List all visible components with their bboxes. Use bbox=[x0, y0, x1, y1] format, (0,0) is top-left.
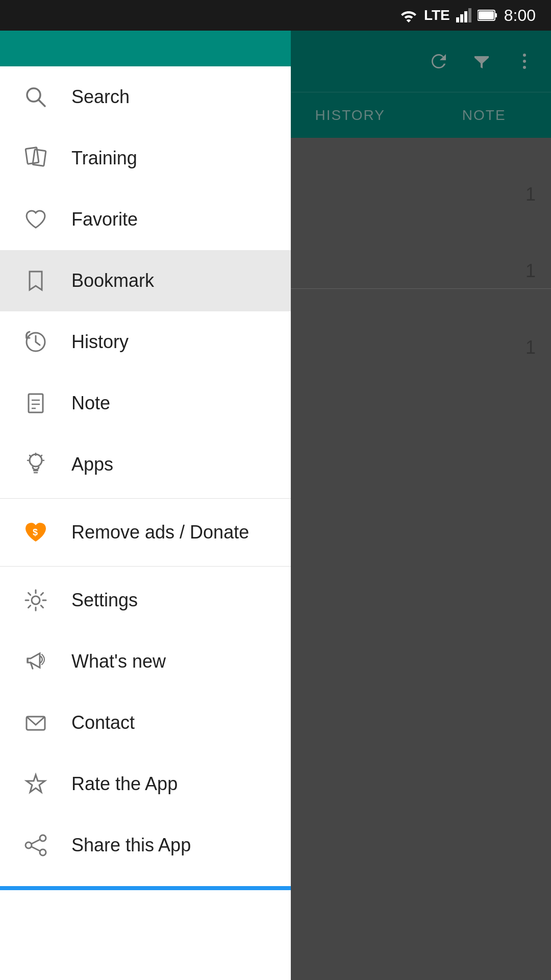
search-icon bbox=[20, 82, 51, 112]
bookmark-icon bbox=[20, 265, 51, 296]
svg-point-28 bbox=[32, 596, 40, 604]
svg-rect-5 bbox=[495, 13, 497, 17]
rate-icon bbox=[20, 769, 51, 799]
battery-icon bbox=[478, 9, 498, 21]
divider-2 bbox=[0, 566, 291, 567]
note-icon bbox=[20, 388, 51, 419]
lte-label: LTE bbox=[424, 7, 450, 23]
signal-icon bbox=[456, 8, 471, 22]
menu-item-search[interactable]: Search bbox=[0, 66, 291, 128]
menu-item-settings[interactable]: Settings bbox=[0, 570, 291, 631]
menu-label-whats-new: What's new bbox=[71, 651, 166, 672]
menu-label-favorite: Favorite bbox=[71, 209, 138, 230]
svg-point-32 bbox=[40, 835, 46, 841]
svg-text:$: $ bbox=[33, 527, 38, 537]
menu-item-whats-new[interactable]: What's new bbox=[0, 631, 291, 692]
menu-label-note: Note bbox=[71, 393, 110, 414]
wifi-icon bbox=[399, 8, 418, 22]
settings-icon bbox=[20, 585, 51, 616]
svg-line-11 bbox=[39, 100, 45, 106]
menu-label-history: History bbox=[71, 331, 129, 353]
svg-rect-6 bbox=[479, 11, 494, 19]
nav-drawer: Search Training Favorite Bookmark bbox=[0, 0, 291, 980]
svg-point-19 bbox=[30, 454, 42, 467]
history-icon bbox=[20, 327, 51, 357]
share-icon bbox=[20, 830, 51, 861]
favorite-icon bbox=[20, 204, 51, 235]
menu-label-contact: Contact bbox=[71, 712, 135, 733]
status-bar: LTE 8:00 bbox=[0, 0, 551, 31]
menu-label-rate-app: Rate the App bbox=[71, 773, 178, 795]
menu-label-apps: Apps bbox=[71, 454, 113, 475]
menu-item-apps[interactable]: Apps bbox=[0, 434, 291, 495]
menu-label-bookmark: Bookmark bbox=[71, 270, 154, 291]
svg-point-33 bbox=[26, 842, 32, 848]
status-time: 8:00 bbox=[504, 6, 536, 25]
menu-label-share-app: Share this App bbox=[71, 835, 191, 856]
svg-rect-1 bbox=[460, 14, 463, 22]
menu-label-settings: Settings bbox=[71, 590, 138, 611]
training-icon bbox=[20, 143, 51, 174]
menu-item-note[interactable]: Note bbox=[0, 373, 291, 434]
svg-marker-31 bbox=[27, 775, 45, 792]
svg-line-35 bbox=[32, 840, 40, 844]
menu-item-rate-app[interactable]: Rate the App bbox=[0, 753, 291, 815]
divider-1 bbox=[0, 498, 291, 499]
svg-rect-2 bbox=[464, 11, 467, 22]
menu-item-contact[interactable]: Contact bbox=[0, 692, 291, 753]
apps-icon bbox=[20, 449, 51, 480]
contact-icon bbox=[20, 707, 51, 738]
menu-item-history[interactable]: History bbox=[0, 311, 291, 373]
menu-label-remove-ads: Remove ads / Donate bbox=[71, 522, 249, 543]
drawer-overlay[interactable] bbox=[283, 31, 551, 980]
menu-label-training: Training bbox=[71, 148, 137, 169]
donate-icon: $ bbox=[20, 517, 51, 548]
menu-label-search: Search bbox=[71, 86, 130, 108]
drawer-bottom-space bbox=[0, 876, 291, 886]
whats-new-icon bbox=[20, 646, 51, 677]
svg-rect-3 bbox=[468, 8, 471, 22]
menu-item-bookmark[interactable]: Bookmark bbox=[0, 250, 291, 311]
menu-item-training[interactable]: Training bbox=[0, 128, 291, 189]
menu-item-share-app[interactable]: Share this App bbox=[0, 815, 291, 876]
status-icons: LTE 8:00 bbox=[399, 6, 536, 25]
menu-item-remove-ads[interactable]: $ Remove ads / Donate bbox=[0, 502, 291, 563]
menu-item-favorite[interactable]: Favorite bbox=[0, 189, 291, 250]
svg-line-36 bbox=[32, 847, 40, 851]
bottom-indicator bbox=[0, 886, 291, 890]
svg-rect-15 bbox=[29, 394, 43, 412]
svg-point-34 bbox=[40, 849, 46, 855]
svg-rect-0 bbox=[456, 17, 459, 22]
